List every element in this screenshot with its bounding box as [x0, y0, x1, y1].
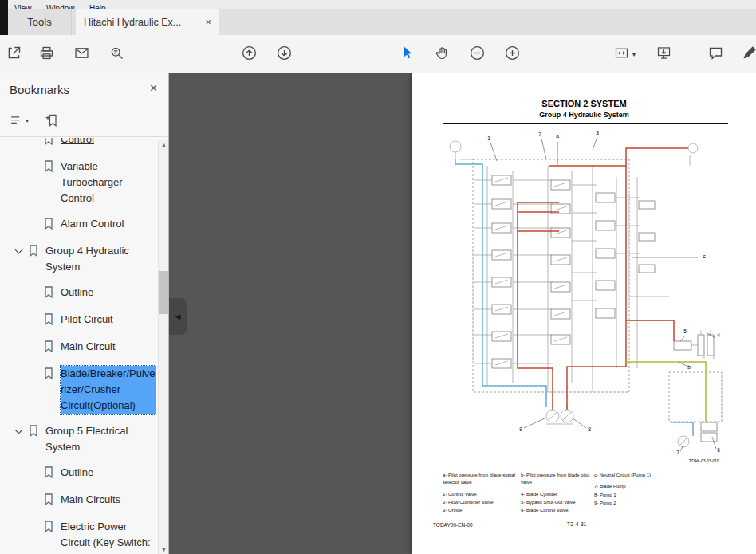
bookmark-item[interactable]: Electric Power Circuit (Key Switch: OFF) — [0, 514, 159, 554]
collapse-panel-handle[interactable]: ◀ — [169, 298, 187, 335]
legend-column-2: b- Pilot pressure from blade pilot valve… — [521, 472, 591, 515]
bookmark-icon — [43, 493, 56, 509]
bookmark-item[interactable]: Control — [0, 138, 159, 154]
bookmark-item[interactable]: Variable Turbocharger Control — [0, 154, 159, 211]
figure-code: TDAK-03-03-010 — [689, 458, 719, 463]
bookmark-item[interactable]: Pilot Circuit — [0, 307, 159, 334]
bookmark-label: Variable Turbocharger Control — [61, 159, 156, 206]
diagram-label-9: 9 — [519, 426, 522, 432]
page-code: T2-4-31 — [567, 521, 587, 527]
chevron-expanded-icon[interactable] — [15, 246, 23, 254]
hand-icon — [434, 45, 451, 64]
bookmark-options-button[interactable]: ▾ — [5, 110, 32, 131]
close-tab-icon[interactable]: × — [205, 16, 211, 28]
bookmark-icon — [43, 340, 56, 356]
select-tool-button[interactable] — [396, 44, 417, 65]
legend-entry: 2- Flow Combiner Valve — [443, 499, 516, 506]
bookmark-icon — [43, 138, 56, 149]
legend-entry: c- Neutral Circuit (Pump 1) — [594, 472, 674, 479]
previous-page-button[interactable] — [238, 44, 259, 65]
zoom-out-button[interactable] — [467, 44, 487, 65]
new-bookmark-button[interactable] — [38, 110, 65, 131]
bookmark-icon — [43, 218, 56, 234]
bookmark-group[interactable]: Group 5 Electrical System — [0, 418, 159, 460]
scrollbar-thumb[interactable] — [159, 271, 168, 314]
divider — [0, 136, 168, 137]
diagram-label-2: 2 — [538, 132, 541, 137]
arrow-up-circle-icon — [241, 45, 258, 64]
hydraulic-circuit-diagram: 1 2 a 3 c 5 4 b 9 8 7 6 TDAK-03-03-010 — [441, 129, 728, 466]
bookmark-item[interactable]: Main Circuit — [0, 334, 159, 361]
chevron-down-icon: ▾ — [26, 117, 29, 124]
export-share-button[interactable] — [3, 44, 24, 65]
hand-tool-button[interactable] — [431, 44, 452, 65]
email-button[interactable] — [71, 44, 92, 65]
legend-entry: 7- Blade Pump — [594, 483, 674, 490]
bookmark-icon — [43, 367, 56, 383]
legend-entry: 5- Bypass Shut-Out Valve — [521, 499, 591, 506]
print-button[interactable] — [36, 44, 57, 65]
window-corner — [0, 0, 8, 35]
arrow-down-circle-icon — [276, 45, 293, 64]
legend-entry: 6- Blade Control Valve — [521, 507, 591, 514]
bookmark-label: Blade/Breaker/Pulverizer/Crusher Circuit… — [61, 366, 156, 414]
bookmark-label: Electric Power Circuit (Key Switch: OFF) — [61, 519, 156, 554]
fit-options-caret-icon[interactable]: ▾ — [632, 51, 636, 58]
title-rule — [443, 123, 728, 124]
legend-column-1: a- Pilot pressure from blade signal sele… — [443, 472, 516, 515]
bookmark-icon — [43, 521, 56, 536]
envelope-icon — [73, 45, 90, 64]
next-page-button[interactable] — [274, 44, 294, 65]
bookmark-icon — [28, 245, 41, 261]
diagram-label-5: 5 — [683, 328, 687, 334]
comment-bubble-icon — [707, 45, 724, 64]
bookmark-label: Outline — [61, 465, 93, 481]
bookmark-item[interactable]: Alarm Control — [0, 211, 159, 238]
bookmark-icon — [43, 160, 56, 176]
reading-mode-button[interactable] — [653, 44, 674, 65]
bookmark-item[interactable]: Main Circuits — [0, 487, 159, 514]
close-panel-icon[interactable]: × — [150, 81, 157, 96]
comment-button[interactable] — [705, 44, 726, 65]
zoom-in-button[interactable] — [502, 44, 522, 65]
bookmark-icon — [43, 286, 56, 302]
bookmark-icon — [28, 425, 41, 441]
scroll-up-icon[interactable]: ▲ — [159, 142, 169, 147]
bookmarks-header: Bookmarks × — [0, 73, 168, 105]
tab-document-label: Hitachi Hydraulic Ex... — [84, 17, 181, 28]
legend-entry: 4- Blade Cylinder — [521, 491, 591, 498]
diagram-label-3: 3 — [596, 130, 599, 136]
search-button[interactable] — [106, 44, 127, 65]
bookmark-item[interactable]: Outline — [0, 460, 159, 487]
new-bookmark-icon — [44, 112, 60, 128]
bookmark-item-selected[interactable]: Blade/Breaker/Pulverizer/Crusher Circuit… — [0, 361, 159, 418]
chevron-expanded-icon[interactable] — [15, 426, 23, 434]
diagram-label-c: c — [703, 253, 706, 259]
diagram-label-6: 6 — [717, 447, 720, 453]
tab-bar: Tools Hitachi Hydraulic Ex... × — [0, 9, 756, 35]
bookmark-label: Group 5 Electrical System — [45, 423, 156, 455]
legend-column-3: c- Neutral Circuit (Pump 1) 7- Blade Pum… — [594, 472, 674, 508]
bookmark-group[interactable]: Group 4 Hydraulic System — [0, 238, 159, 280]
document-viewer: ◀ SECTION 2 SYSTEM Group 4 Hydraulic Sys… — [169, 73, 756, 554]
collapse-left-icon: ◀ — [175, 312, 181, 320]
fit-width-icon — [613, 45, 630, 64]
edit-pen-button[interactable] — [738, 44, 756, 65]
bookmark-label: Main Circuits — [61, 492, 120, 508]
sidebar-scrollbar[interactable]: ▲ ▼ — [158, 140, 168, 554]
section-title: SECTION 2 SYSTEM — [412, 99, 756, 108]
bookmark-item[interactable]: Outline — [0, 280, 159, 307]
pen-icon — [741, 45, 756, 64]
legend-entry: 9- Pump 2 — [594, 500, 674, 507]
plus-circle-icon — [504, 45, 521, 64]
tab-document[interactable]: Hitachi Hydraulic Ex... × — [76, 9, 219, 35]
bookmarks-title: Bookmarks — [10, 83, 69, 96]
legend-entry: a- Pilot pressure from blade signal sele… — [443, 472, 516, 487]
fit-width-button[interactable] — [611, 44, 632, 65]
acrobat-window: View Window Help Tools Hitachi Hydraulic… — [0, 0, 756, 554]
bookmarks-panel: Bookmarks × ▾ Control Variable Turbochar… — [0, 73, 169, 554]
bookmarks-toolbar: ▾ — [0, 105, 168, 137]
share-icon — [6, 45, 22, 64]
tab-tools[interactable]: Tools — [8, 9, 72, 35]
scroll-down-icon[interactable]: ▼ — [159, 547, 169, 552]
